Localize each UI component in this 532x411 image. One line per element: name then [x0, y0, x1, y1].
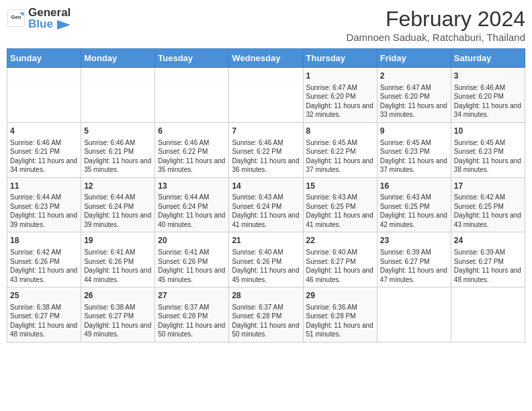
calendar-cell: [451, 287, 525, 342]
calendar-cell: 23Sunrise: 6:39 AM Sunset: 6:27 PM Dayli…: [377, 232, 451, 287]
col-tuesday: Tuesday: [155, 49, 229, 68]
day-number: 1: [306, 71, 374, 82]
day-info: Sunrise: 6:46 AM Sunset: 6:21 PM Dayligh…: [10, 138, 78, 175]
day-number: 15: [306, 181, 374, 192]
calendar-cell: 20Sunrise: 6:41 AM Sunset: 6:26 PM Dayli…: [155, 232, 229, 287]
day-number: 24: [454, 235, 522, 246]
day-number: 4: [10, 126, 78, 137]
day-info: Sunrise: 6:46 AM Sunset: 6:20 PM Dayligh…: [454, 83, 522, 120]
title-block: February 2024 Damnoen Saduak, Ratchaburi…: [346, 7, 525, 43]
calendar-cell: [229, 68, 303, 123]
calendar-cell: 17Sunrise: 6:42 AM Sunset: 6:25 PM Dayli…: [451, 177, 525, 232]
day-info: Sunrise: 6:39 AM Sunset: 6:27 PM Dayligh…: [454, 248, 522, 284]
calendar-cell: 6Sunrise: 6:46 AM Sunset: 6:22 PM Daylig…: [155, 122, 229, 177]
calendar-cell: 13Sunrise: 6:44 AM Sunset: 6:24 PM Dayli…: [155, 177, 229, 232]
calendar-cell: [7, 68, 81, 123]
calendar-cell: 1Sunrise: 6:47 AM Sunset: 6:20 PM Daylig…: [303, 68, 377, 123]
day-number: 20: [158, 235, 226, 246]
day-info: Sunrise: 6:44 AM Sunset: 6:24 PM Dayligh…: [158, 193, 226, 229]
day-number: 26: [84, 290, 152, 302]
calendar-cell: 10Sunrise: 6:45 AM Sunset: 6:23 PM Dayli…: [451, 122, 525, 177]
calendar-cell: 14Sunrise: 6:43 AM Sunset: 6:24 PM Dayli…: [229, 177, 303, 232]
calendar-cell: 2Sunrise: 6:47 AM Sunset: 6:20 PM Daylig…: [377, 68, 451, 123]
col-friday: Friday: [377, 49, 451, 68]
col-wednesday: Wednesday: [229, 49, 303, 68]
calendar-week-row: 18Sunrise: 6:42 AM Sunset: 6:26 PM Dayli…: [7, 232, 525, 287]
calendar-week-row: 4Sunrise: 6:46 AM Sunset: 6:21 PM Daylig…: [7, 122, 525, 177]
day-info: Sunrise: 6:46 AM Sunset: 6:22 PM Dayligh…: [232, 138, 300, 175]
calendar-cell: 28Sunrise: 6:37 AM Sunset: 6:28 PM Dayli…: [229, 287, 303, 342]
logo-icon: Gen: [7, 9, 26, 28]
calendar-week-row: 25Sunrise: 6:38 AM Sunset: 6:27 PM Dayli…: [7, 287, 525, 342]
day-number: 29: [306, 290, 374, 302]
subtitle: Damnoen Saduak, Ratchaburi, Thailand: [346, 32, 525, 43]
calendar-body: 1Sunrise: 6:47 AM Sunset: 6:20 PM Daylig…: [7, 68, 525, 342]
col-thursday: Thursday: [303, 49, 377, 68]
calendar-cell: 3Sunrise: 6:46 AM Sunset: 6:20 PM Daylig…: [451, 68, 525, 123]
day-number: 28: [232, 290, 300, 302]
svg-text:Gen: Gen: [11, 14, 21, 20]
day-number: 13: [158, 181, 226, 192]
day-info: Sunrise: 6:45 AM Sunset: 6:23 PM Dayligh…: [454, 138, 522, 175]
calendar-cell: 21Sunrise: 6:40 AM Sunset: 6:26 PM Dayli…: [229, 232, 303, 287]
day-info: Sunrise: 6:40 AM Sunset: 6:26 PM Dayligh…: [232, 248, 300, 284]
calendar-header-row: Sunday Monday Tuesday Wednesday Thursday…: [7, 49, 525, 68]
day-number: 5: [84, 126, 152, 137]
day-info: Sunrise: 6:46 AM Sunset: 6:22 PM Dayligh…: [158, 138, 226, 175]
main-title: February 2024: [346, 7, 525, 32]
logo-blue: Blue: [28, 17, 53, 30]
calendar-cell: 7Sunrise: 6:46 AM Sunset: 6:22 PM Daylig…: [229, 122, 303, 177]
day-number: 7: [232, 126, 300, 137]
calendar-cell: 19Sunrise: 6:41 AM Sunset: 6:26 PM Dayli…: [81, 232, 155, 287]
calendar-cell: 22Sunrise: 6:40 AM Sunset: 6:27 PM Dayli…: [303, 232, 377, 287]
day-number: 8: [306, 126, 374, 137]
day-info: Sunrise: 6:43 AM Sunset: 6:25 PM Dayligh…: [306, 193, 374, 229]
day-info: Sunrise: 6:37 AM Sunset: 6:28 PM Dayligh…: [158, 303, 226, 339]
day-info: Sunrise: 6:43 AM Sunset: 6:25 PM Dayligh…: [380, 193, 448, 229]
calendar-week-row: 1Sunrise: 6:47 AM Sunset: 6:20 PM Daylig…: [7, 68, 525, 123]
calendar-cell: 5Sunrise: 6:46 AM Sunset: 6:21 PM Daylig…: [81, 122, 155, 177]
day-info: Sunrise: 6:43 AM Sunset: 6:24 PM Dayligh…: [232, 193, 300, 229]
calendar-cell: 18Sunrise: 6:42 AM Sunset: 6:26 PM Dayli…: [7, 232, 81, 287]
day-info: Sunrise: 6:47 AM Sunset: 6:20 PM Dayligh…: [306, 83, 374, 120]
calendar-cell: 26Sunrise: 6:38 AM Sunset: 6:27 PM Dayli…: [81, 287, 155, 342]
calendar-cell: 27Sunrise: 6:37 AM Sunset: 6:28 PM Dayli…: [155, 287, 229, 342]
day-number: 12: [84, 181, 152, 192]
day-info: Sunrise: 6:45 AM Sunset: 6:23 PM Dayligh…: [380, 138, 448, 175]
calendar-cell: [377, 287, 451, 342]
logo: Gen General Blue: [7, 7, 71, 30]
day-number: 17: [454, 181, 522, 192]
day-number: 19: [84, 235, 152, 246]
day-info: Sunrise: 6:45 AM Sunset: 6:22 PM Dayligh…: [306, 138, 374, 175]
day-info: Sunrise: 6:42 AM Sunset: 6:26 PM Dayligh…: [10, 248, 78, 284]
svg-marker-3: [57, 20, 71, 30]
day-number: 2: [380, 71, 448, 82]
day-number: 23: [380, 235, 448, 246]
col-sunday: Sunday: [7, 49, 81, 68]
calendar-cell: 25Sunrise: 6:38 AM Sunset: 6:27 PM Dayli…: [7, 287, 81, 342]
blue-flag-icon: [57, 20, 71, 30]
day-info: Sunrise: 6:39 AM Sunset: 6:27 PM Dayligh…: [380, 248, 448, 284]
day-number: 22: [306, 235, 374, 246]
day-number: 27: [158, 290, 226, 302]
calendar-cell: 15Sunrise: 6:43 AM Sunset: 6:25 PM Dayli…: [303, 177, 377, 232]
day-info: Sunrise: 6:44 AM Sunset: 6:24 PM Dayligh…: [84, 193, 152, 229]
day-info: Sunrise: 6:42 AM Sunset: 6:25 PM Dayligh…: [454, 193, 522, 229]
day-number: 3: [454, 71, 522, 82]
day-number: 11: [10, 181, 78, 192]
day-info: Sunrise: 6:41 AM Sunset: 6:26 PM Dayligh…: [158, 248, 226, 284]
calendar-cell: 9Sunrise: 6:45 AM Sunset: 6:23 PM Daylig…: [377, 122, 451, 177]
calendar-cell: 24Sunrise: 6:39 AM Sunset: 6:27 PM Dayli…: [451, 232, 525, 287]
calendar-table: Sunday Monday Tuesday Wednesday Thursday…: [7, 48, 525, 342]
day-info: Sunrise: 6:41 AM Sunset: 6:26 PM Dayligh…: [84, 248, 152, 284]
calendar-cell: [81, 68, 155, 123]
day-info: Sunrise: 6:44 AM Sunset: 6:23 PM Dayligh…: [10, 193, 78, 229]
day-number: 21: [232, 235, 300, 246]
day-number: 9: [380, 126, 448, 137]
day-info: Sunrise: 6:38 AM Sunset: 6:27 PM Dayligh…: [84, 303, 152, 339]
day-number: 25: [10, 290, 78, 302]
day-info: Sunrise: 6:36 AM Sunset: 6:28 PM Dayligh…: [306, 303, 374, 339]
calendar-week-row: 11Sunrise: 6:44 AM Sunset: 6:23 PM Dayli…: [7, 177, 525, 232]
calendar-cell: 12Sunrise: 6:44 AM Sunset: 6:24 PM Dayli…: [81, 177, 155, 232]
calendar-cell: 4Sunrise: 6:46 AM Sunset: 6:21 PM Daylig…: [7, 122, 81, 177]
